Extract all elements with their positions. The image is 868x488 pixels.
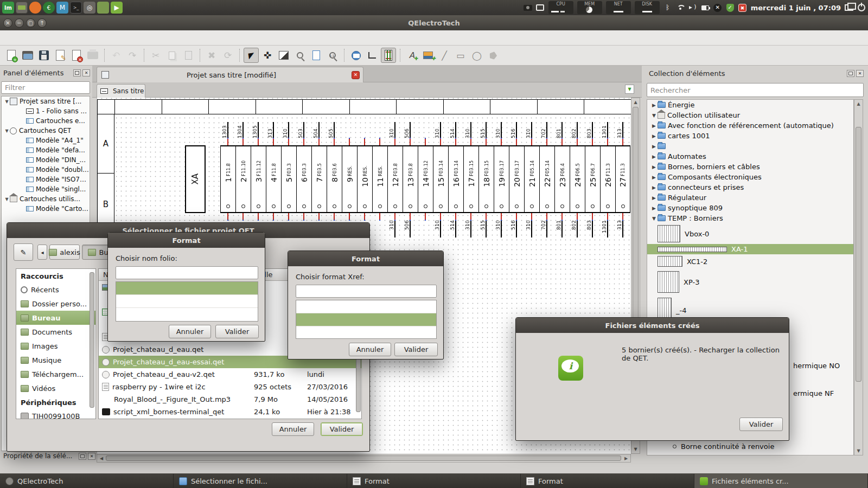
conductor-tool-button[interactable] (365, 48, 380, 63)
menu-item[interactable] (90, 36, 103, 40)
tree-item[interactable]: 1 - Folio sans ... (2, 106, 90, 116)
terminal[interactable]: 504 F03.5 7 (311, 122, 327, 238)
collection-item-label[interactable]: hermique NO (793, 362, 840, 370)
select-tool-button[interactable]: ◤ (244, 48, 259, 63)
project-tab[interactable]: Projet sans titre [modifié] ✕ (97, 67, 363, 82)
close-panel-icon[interactable]: ✕ (82, 69, 90, 76)
terminal[interactable]: 1304 F11.10 2 (235, 122, 251, 238)
collection-item[interactable]: ▶ Automates (647, 151, 853, 162)
folio-view-button[interactable] (276, 48, 291, 63)
close-panel-icon[interactable]: ✕ (88, 453, 95, 460)
expander-icon[interactable]: ▶ (650, 206, 658, 211)
folio-properties-button[interactable] (309, 48, 324, 63)
collection-item[interactable]: ▶ cartes 1001 (647, 131, 853, 141)
tree-item[interactable]: ▼ Cartouches utilis... (2, 194, 90, 204)
print-button[interactable] (85, 48, 100, 63)
search-input[interactable] (647, 83, 864, 97)
breadcrumb-prev-button[interactable]: ◂ (37, 245, 47, 260)
breadcrumb-home-button[interactable]: alexis (49, 245, 80, 260)
tree-item[interactable]: ▼ Projet sans titre [... (2, 97, 90, 106)
add-text-button[interactable]: A✚ (404, 48, 419, 63)
menu-item[interactable] (34, 36, 47, 40)
terminal[interactable]: 515 F03.15 18 515 (478, 122, 494, 238)
collection-item-label[interactable]: ermique NF (793, 389, 834, 397)
new-project-button[interactable]: + (4, 48, 19, 63)
expander-icon[interactable]: ▶ (650, 154, 658, 159)
format-input[interactable] (296, 285, 437, 298)
collection-item[interactable]: ▶ Régulateur (647, 192, 853, 203)
validate-button[interactable]: Valider (321, 422, 363, 436)
terminal[interactable]: F03.12 14 (418, 122, 433, 238)
terminal[interactable]: RES. 9 (342, 122, 357, 238)
expander-icon[interactable]: ▼ (4, 197, 10, 202)
terminal[interactable]: 702 F05.14 22 702 (539, 122, 554, 238)
collection-item[interactable]: XA-1 (647, 244, 853, 254)
menu-item[interactable] (5, 36, 18, 40)
file-row[interactable]: Projet_chateau_d_eau-v2.qet 931,7 ko lun… (99, 368, 361, 381)
firefox-icon[interactable] (29, 2, 41, 14)
folio-list-button[interactable]: ▼ (625, 85, 634, 94)
expander-icon[interactable]: ▶ (650, 144, 658, 149)
workspaces-icon[interactable] (845, 3, 853, 12)
tree-item[interactable]: Modèle "defa... (2, 145, 90, 155)
cancel-button[interactable]: Annuler (169, 325, 211, 338)
mem-applet[interactable]: MEM (577, 1, 602, 14)
expander-icon[interactable]: ▶ (650, 185, 658, 190)
menu-item[interactable] (48, 36, 61, 40)
move-tool-button[interactable]: ✜ (260, 48, 275, 63)
taskbar-item[interactable]: Format (347, 474, 521, 488)
validate-button[interactable]: Valider (394, 343, 438, 356)
collection-item[interactable]: ▶ (647, 141, 853, 151)
tree-item[interactable]: Modèle "Carto... (2, 204, 90, 214)
net-applet[interactable]: NET (606, 1, 631, 14)
expander-icon[interactable]: ▶ (650, 123, 658, 129)
expander-icon[interactable]: ▶ (650, 195, 658, 201)
tree-item[interactable]: ▼ Cartouches QET (2, 126, 90, 136)
add-image-button[interactable]: ✚ (420, 48, 436, 63)
validate-button[interactable]: Valider (215, 325, 259, 338)
taskbar-item[interactable]: Fichiers éléments cr... (694, 474, 868, 488)
place-item[interactable]: Documents (16, 325, 95, 339)
tree-item[interactable]: Cartouches e... (2, 116, 90, 126)
collection-item[interactable]: ▶ Avec fonction de référencement (automa… (647, 120, 853, 131)
places-scrollbar[interactable] (90, 272, 94, 408)
media-app-icon[interactable]: M (56, 2, 68, 14)
expander-icon[interactable]: ▼ (650, 113, 658, 118)
place-item[interactable]: Dossier perso... (16, 297, 95, 311)
player-icon[interactable]: ▶ (111, 2, 123, 14)
expander-icon[interactable]: ▶ (650, 133, 658, 139)
terminal[interactable]: 1305 F11.12 3 (251, 122, 266, 238)
place-item[interactable]: Vidéos (16, 381, 95, 395)
terminal[interactable]: 506 F03.8 13 506 (403, 122, 418, 238)
rotate-button[interactable]: ⟳ (220, 48, 235, 63)
collection-item[interactable]: ▶ Énergie (647, 100, 853, 110)
close-window-button[interactable]: ✕ (3, 18, 12, 28)
format-option[interactable] (116, 282, 258, 295)
file-row[interactable]: raspberry py - 1wire et i2c 925 octets 2… (99, 381, 361, 393)
taskbar-item[interactable]: Format (521, 474, 694, 488)
screenshot-tool-icon[interactable]: ◎ (84, 2, 95, 14)
float-panel-icon[interactable] (847, 70, 854, 77)
network-off-icon[interactable]: ✕ (713, 3, 722, 12)
format-option[interactable] (296, 313, 436, 326)
clock[interactable]: mercredi 1 juin , 07:09 (751, 4, 841, 12)
menu-item[interactable] (76, 36, 89, 40)
terminal-icon[interactable]: >_ (70, 2, 82, 14)
finance-app-icon[interactable]: € (43, 2, 55, 14)
close-panel-icon[interactable]: ✕ (856, 70, 864, 77)
file-row[interactable]: script_xml_bornes-terminal_qet 24,1 ko H… (99, 406, 361, 418)
zoom-fit-button[interactable] (292, 48, 308, 63)
delete-button[interactable]: ✖ (204, 48, 219, 63)
terminal[interactable]: 803 F06.7 25 803 (585, 122, 600, 238)
redo-button[interactable]: ↷ (125, 48, 140, 63)
cancel-button[interactable]: Annuler (349, 343, 391, 356)
folio-tab[interactable]: Sans titre (97, 84, 145, 98)
collection-item[interactable]: ▶ Composants électroniques (647, 172, 853, 182)
paste-button[interactable] (181, 48, 196, 63)
display-icon[interactable] (536, 3, 545, 12)
collection-item[interactable]: ▼ Collection utilisateur (647, 110, 853, 120)
bluetooth-icon[interactable]: ᛒ (663, 3, 672, 12)
terminal[interactable]: 516 F03.17 20 516 (509, 122, 524, 238)
disk-applet[interactable]: DISK (635, 1, 660, 14)
undo-button[interactable]: ↶ (108, 48, 124, 63)
